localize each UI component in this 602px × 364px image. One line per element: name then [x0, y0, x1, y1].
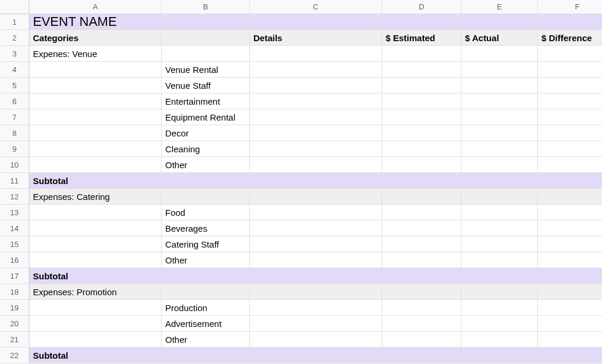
cell-A17[interactable]: Subtotal [29, 268, 162, 284]
cell-D17[interactable] [382, 268, 461, 284]
cell-E14[interactable] [461, 221, 538, 236]
cell-C18[interactable] [250, 284, 382, 300]
cell-F11[interactable] [538, 173, 602, 189]
cell-F15[interactable] [538, 236, 602, 252]
cell-D20[interactable] [382, 316, 461, 332]
cell-E4[interactable] [461, 62, 538, 78]
row-header-4[interactable]: 4 [0, 62, 29, 78]
cell-A2[interactable]: Categories [29, 30, 162, 46]
cell-E12[interactable] [461, 189, 538, 205]
cell-A3[interactable]: Expenes: Venue [29, 46, 162, 62]
cell-E9[interactable] [461, 141, 538, 157]
cell-C1[interactable] [250, 14, 382, 30]
cell-E15[interactable] [461, 236, 538, 252]
cell-C16[interactable] [250, 252, 382, 268]
cell-C3[interactable] [250, 46, 382, 62]
cell-B16[interactable]: Other [162, 252, 250, 268]
cell-A19[interactable] [29, 300, 162, 316]
cell-A16[interactable] [29, 252, 162, 268]
cell-C10[interactable] [250, 157, 382, 173]
cell-C14[interactable] [250, 221, 382, 236]
row-header-6[interactable]: 6 [0, 93, 29, 109]
row-header-9[interactable]: 9 [0, 141, 29, 157]
cell-D11[interactable] [382, 173, 461, 189]
cell-F21[interactable] [538, 332, 602, 348]
cell-B14[interactable]: Beverages [162, 221, 250, 236]
cell-E1[interactable] [461, 14, 538, 30]
cell-F5[interactable] [538, 78, 602, 93]
cell-B12[interactable] [162, 189, 250, 205]
cell-D15[interactable] [382, 236, 461, 252]
cell-E3[interactable] [461, 46, 538, 62]
cell-F8[interactable] [538, 125, 602, 141]
cell-E21[interactable] [461, 332, 538, 348]
cell-F19[interactable] [538, 300, 602, 316]
cell-F17[interactable] [538, 268, 602, 284]
cell-E6[interactable] [461, 93, 538, 109]
cell-C7[interactable] [250, 109, 382, 125]
cell-B11[interactable] [162, 173, 250, 189]
cell-E17[interactable] [461, 268, 538, 284]
cell-A10[interactable] [29, 157, 162, 173]
cell-B5[interactable]: Venue Staff [162, 78, 250, 93]
cell-B3[interactable] [162, 46, 250, 62]
cell-A5[interactable] [29, 78, 162, 93]
cell-F10[interactable] [538, 157, 602, 173]
row-header-11[interactable]: 11 [0, 173, 29, 189]
cell-A11[interactable]: Subtotal [29, 173, 162, 189]
cell-A18[interactable]: Expenses: Promotion [29, 284, 162, 300]
cell-D9[interactable] [382, 141, 461, 157]
cell-D8[interactable] [382, 125, 461, 141]
cell-E10[interactable] [461, 157, 538, 173]
cell-A22[interactable]: Subtotal [29, 348, 162, 363]
cell-D2[interactable]: $ Estimated [382, 30, 461, 46]
row-header-20[interactable]: 20 [0, 316, 29, 332]
row-header-8[interactable]: 8 [0, 125, 29, 141]
cell-B4[interactable]: Venue Rental [162, 62, 250, 78]
cell-D1[interactable] [382, 14, 461, 30]
cell-C15[interactable] [250, 236, 382, 252]
cell-C2[interactable]: Details [250, 30, 382, 46]
cell-B7[interactable]: Equipment Rental [162, 109, 250, 125]
spreadsheet[interactable]: A B C D E F 1 EVENT NAME 2 Categories De… [0, 0, 602, 364]
row-header-14[interactable]: 14 [0, 221, 29, 236]
cell-D19[interactable] [382, 300, 461, 316]
cell-D5[interactable] [382, 78, 461, 93]
cell-C4[interactable] [250, 62, 382, 78]
row-header-5[interactable]: 5 [0, 78, 29, 93]
row-header-19[interactable]: 19 [0, 300, 29, 316]
row-header-22[interactable]: 22 [0, 348, 29, 363]
cell-D7[interactable] [382, 109, 461, 125]
cell-B19[interactable]: Production [162, 300, 250, 316]
cell-A15[interactable] [29, 236, 162, 252]
cell-E7[interactable] [461, 109, 538, 125]
cell-A20[interactable] [29, 316, 162, 332]
row-header-10[interactable]: 10 [0, 157, 29, 173]
cell-E16[interactable] [461, 252, 538, 268]
cell-F3[interactable] [538, 46, 602, 62]
cell-A9[interactable] [29, 141, 162, 157]
cell-E13[interactable] [461, 205, 538, 221]
row-header-13[interactable]: 13 [0, 205, 29, 221]
cell-B20[interactable]: Advertisement [162, 316, 250, 332]
cell-A6[interactable] [29, 93, 162, 109]
cell-A21[interactable] [29, 332, 162, 348]
cell-A12[interactable]: Expenses: Catering [29, 189, 162, 205]
col-header-A[interactable]: A [29, 0, 162, 14]
cell-C22[interactable] [250, 348, 382, 363]
cell-E20[interactable] [461, 316, 538, 332]
cell-A7[interactable] [29, 109, 162, 125]
row-header-15[interactable]: 15 [0, 236, 29, 252]
row-header-18[interactable]: 18 [0, 284, 29, 300]
cell-C11[interactable] [250, 173, 382, 189]
cell-F14[interactable] [538, 221, 602, 236]
cell-B6[interactable]: Entertainment [162, 93, 250, 109]
row-header-16[interactable]: 16 [0, 252, 29, 268]
row-header-7[interactable]: 7 [0, 109, 29, 125]
cell-C8[interactable] [250, 125, 382, 141]
row-header-3[interactable]: 3 [0, 46, 29, 62]
cell-E18[interactable] [461, 284, 538, 300]
col-header-F[interactable]: F [538, 0, 602, 14]
cell-E2[interactable]: $ Actual [461, 30, 538, 46]
col-header-E[interactable]: E [461, 0, 538, 14]
